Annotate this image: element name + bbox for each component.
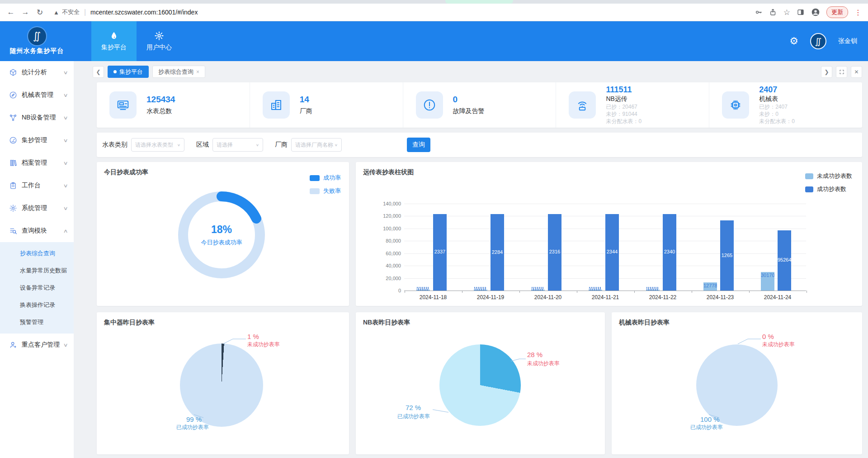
stat-card-detail: 未分配水表：0 — [606, 118, 642, 125]
stat-card-厂商: 14厂商 — [250, 82, 403, 128]
share-icon[interactable] — [769, 8, 777, 16]
x-axis-category-label: 2024-11-18 — [405, 294, 462, 301]
chevron-down-icon: ∨ — [63, 160, 68, 166]
key-icon[interactable] — [755, 8, 763, 16]
stat-card-label: 厂商 — [300, 107, 312, 115]
filter-select-区域[interactable]: 请选择∨ — [212, 138, 263, 152]
security-label: 不安全 — [62, 8, 80, 16]
route-tab-label: 集抄平台 — [119, 68, 143, 76]
stat-card-value: 2407 — [759, 85, 795, 95]
username: 张金钏 — [838, 37, 857, 45]
x-axis-category-label: 2024-11-22 — [634, 294, 691, 301]
x-axis-tick — [807, 291, 807, 293]
legend-label: 失败率 — [323, 187, 341, 195]
sidebar-item-重点客户管理[interactable]: 重点客户管理∨ — [0, 334, 74, 356]
app-logo-icon: ∬ — [28, 27, 46, 45]
route-tabbar: ❮ 集抄平台抄表综合查询× ❯ ✕ — [74, 61, 868, 82]
bar-value-label: 30170 — [761, 272, 774, 278]
building-icon — [269, 98, 283, 112]
sidebar-subitem-预警管理[interactable]: 预警管理 — [0, 314, 74, 331]
y-axis-tick-label: 40,000 — [356, 263, 401, 268]
avatar[interactable]: ∬ — [810, 33, 826, 49]
split-view-icon[interactable] — [797, 8, 805, 16]
sidebar-subitem-抄表综合查询[interactable]: 抄表综合查询 — [0, 245, 74, 262]
nb-device-icon — [9, 114, 17, 122]
x-axis-category-label: 2024-11-21 — [577, 294, 634, 301]
filter-placeholder: 请选择水表类型 — [135, 141, 177, 149]
stat-card-icon-tile — [263, 91, 290, 119]
sidebar-item-label: 查询模块 — [22, 227, 64, 235]
stat-card-detail: 已抄：2407 — [759, 103, 795, 110]
pie-label-successful: 已成功抄表率 — [176, 424, 209, 431]
forward-icon[interactable]: → — [18, 8, 33, 17]
fullscreen-button[interactable] — [836, 66, 847, 78]
filter-label-厂商: 厂商 — [275, 141, 288, 149]
pie-panel-concentrator: 集中器昨日抄表率 1 %未成功抄表率99 %已成功抄表率 — [97, 312, 349, 454]
x-axis-tick — [519, 291, 520, 293]
tabs-scroll-right-button[interactable]: ❯ — [821, 66, 832, 78]
sidebar-item-NB设备管理[interactable]: NB设备管理∨ — [0, 106, 74, 129]
sidebar-item-集抄管理[interactable]: 集抄管理∨ — [0, 129, 74, 152]
sidebar-submenu: 抄表综合查询水量异常历史数据设备异常记录换表操作记录预警管理 — [0, 242, 74, 334]
security-chip[interactable]: ▲不安全 — [53, 8, 80, 16]
close-tab-icon[interactable]: × — [196, 69, 199, 75]
fullscreen-icon — [839, 69, 844, 75]
x-axis-category-label: 2024-11-20 — [519, 294, 576, 301]
chevron-down-icon: ∨ — [63, 183, 68, 189]
sidebar-subitem-水量异常历史数据[interactable]: 水量异常历史数据 — [0, 262, 74, 279]
stat-card-value: 125434 — [146, 95, 175, 105]
bar-value-label — [474, 287, 486, 291]
settings-gear-icon[interactable]: ⚙ — [789, 35, 798, 47]
stat-card-label: 水表总数 — [146, 107, 175, 115]
sidebar-item-查询模块[interactable]: 查询模块∧ — [0, 219, 74, 242]
sidebar: 统计分析∨机械表管理∨NB设备管理∨集抄管理∨档案管理∨工作台∨系统管理∨查询模… — [0, 61, 74, 458]
sidebar-subitem-换表操作记录[interactable]: 换表操作记录 — [0, 296, 74, 314]
y-axis-tick-label: 100,000 — [356, 226, 401, 231]
filter-select-水表类别[interactable]: 请选择水表类型∨ — [131, 138, 184, 152]
sidebar-subitem-设备异常记录[interactable]: 设备异常记录 — [0, 279, 74, 296]
pie-chart — [439, 344, 521, 426]
stat-card-故障及告警: 0故障及告警 — [403, 82, 556, 128]
donut-legend: 成功率失败率 — [310, 174, 341, 195]
sidebar-item-机械表管理[interactable]: 机械表管理∨ — [0, 84, 74, 106]
bookmark-star-icon[interactable]: ☆ — [783, 8, 790, 17]
stat-card-机械表: 2407机械表已抄：2407未抄：0未分配水表：0 — [709, 82, 862, 128]
close-all-tabs-button[interactable]: ✕ — [851, 66, 862, 78]
stat-card-info: 0故障及告警 — [453, 95, 485, 115]
chevron-up-icon: ∧ — [63, 228, 68, 234]
browser-menu-icon[interactable]: ⋮ — [854, 8, 862, 17]
nav-tab-user-center[interactable]: 用户中心 — [137, 21, 182, 61]
sidebar-item-系统管理[interactable]: 系统管理∨ — [0, 197, 74, 219]
route-tab-抄表综合查询[interactable]: 抄表综合查询× — [152, 66, 205, 78]
route-tab-集抄平台[interactable]: 集抄平台 — [108, 66, 149, 78]
route-tab-label: 抄表综合查询 — [158, 68, 193, 76]
chevron-down-icon: ∨ — [63, 115, 68, 121]
header-nav: 集抄平台用户中心 — [91, 21, 182, 61]
url-text[interactable]: mcenter.szcswater.com:16001/#/index — [90, 9, 755, 16]
nav-tab-platform[interactable]: 集抄平台 — [91, 21, 137, 61]
chevron-down-icon: ∨ — [63, 92, 68, 98]
update-button[interactable]: 更新 — [826, 6, 848, 18]
sidebar-item-label: 系统管理 — [22, 204, 64, 212]
back-icon[interactable]: ← — [4, 8, 18, 17]
sidebar-item-档案管理[interactable]: 档案管理∨ — [0, 152, 74, 174]
chevron-down-icon: ∨ — [63, 342, 68, 348]
legend-item-失败率[interactable]: 失败率 — [310, 187, 341, 195]
tabs-scroll-left-button[interactable]: ❮ — [93, 66, 104, 78]
sidebar-item-label: 工作台 — [22, 181, 64, 190]
search-button[interactable]: 查询 — [407, 138, 430, 152]
stat-card-icon-tile — [722, 91, 749, 119]
sidebar-item-label: 档案管理 — [22, 159, 64, 167]
reload-icon[interactable]: ↻ — [33, 8, 47, 17]
pie-percent-successful: 100 % — [700, 415, 720, 423]
y-axis-tick-label: 20,000 — [356, 276, 401, 281]
filter-placeholder: 请选择厂商名称 — [295, 141, 335, 149]
profile-icon[interactable] — [811, 8, 820, 17]
sidebar-item-统计分析[interactable]: 统计分析∨ — [0, 61, 74, 84]
sidebar-item-工作台[interactable]: 工作台∨ — [0, 174, 74, 197]
bar-value-label: 2337 — [433, 249, 447, 254]
legend-item-成功率[interactable]: 成功率 — [310, 174, 341, 182]
stats-icon — [9, 68, 17, 76]
stat-card-icon-tile — [569, 91, 596, 119]
filter-select-厂商[interactable]: 请选择厂商名称∨ — [291, 138, 342, 152]
